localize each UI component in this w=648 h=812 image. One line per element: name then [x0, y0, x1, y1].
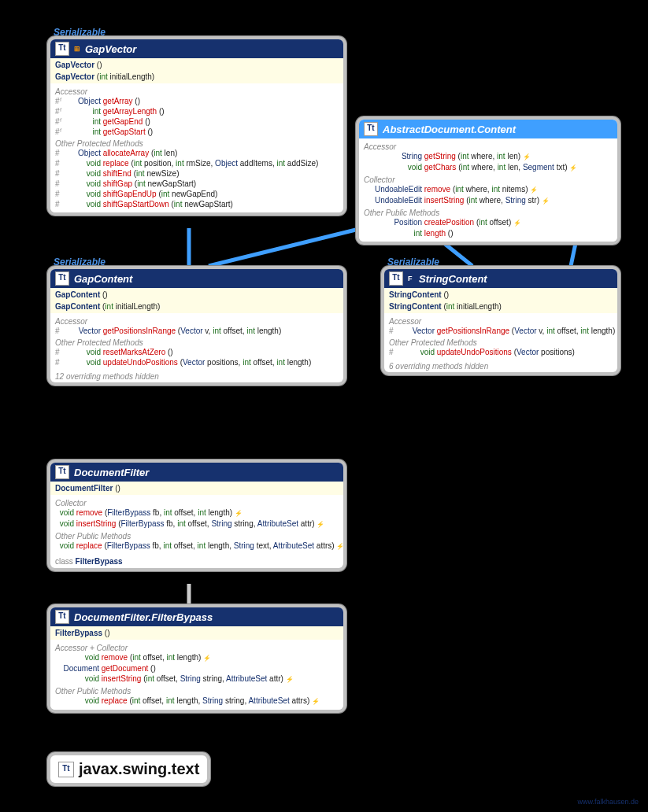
member-row: void remove (FilterBypass fb, int offset…: [55, 507, 339, 519]
section-label: Other Public Methods: [364, 209, 613, 217]
class-body: Accessor#Vector getPositionsInRange (Vec…: [384, 313, 617, 360]
constructor-row: StringContent (): [389, 289, 613, 301]
class-header: TtGapContent: [50, 269, 343, 288]
class-title: DocumentFilter: [74, 467, 149, 478]
tt-icon: Tt: [55, 271, 69, 286]
constructor-row: GapVector (): [55, 59, 339, 71]
member-row: int length (): [364, 228, 613, 238]
class-title: AbstractDocument.Content: [383, 124, 516, 135]
section-label: Collector: [55, 499, 339, 507]
class-title: StringContent: [419, 273, 487, 285]
package-name: javax.swing.text: [79, 760, 199, 778]
member-row: #void resetMarksAtZero (): [55, 347, 339, 357]
class-header: TtFStringContent: [384, 269, 617, 288]
class-documentfilter: TtDocumentFilterDocumentFilter ()Collect…: [50, 463, 343, 568]
member-row: UndoableEdit insertString (int where, St…: [364, 195, 613, 206]
member-row: void insertString (int offset, String st…: [55, 674, 339, 685]
member-row: void replace (FilterBypass fb, int offse…: [55, 541, 339, 552]
member-row: #void shiftGapEndUp (int newGapEnd): [55, 189, 339, 199]
constructor-row: GapContent (int initialLength): [55, 301, 339, 312]
class-header: TtDocumentFilter: [50, 463, 343, 482]
member-row: #Object allocateArray (int len): [55, 148, 339, 158]
class-header: Tt⊞GapVector: [50, 39, 343, 58]
class-body: Accessor#ᶠObject getArray ()#ᶠint getArr…: [50, 83, 343, 212]
class-header: TtDocumentFilter.FilterBypass: [50, 607, 343, 626]
tt-icon: Tt: [55, 465, 69, 479]
class-body: AccessorString getString (int where, int…: [359, 138, 617, 242]
inner-class: class FilterBypass: [50, 555, 343, 568]
tt-icon: Tt: [58, 762, 74, 777]
member-row: void getChars (int where, int len, Segme…: [364, 162, 613, 173]
class-gapcontent: TtGapContentGapContent ()GapContent (int…: [50, 269, 343, 382]
class-title: GapVector: [85, 43, 136, 55]
member-row: UndoableEdit remove (int where, int nite…: [364, 184, 613, 195]
constructors: StringContent ()StringContent (int initi…: [384, 288, 617, 313]
class-abstractdocument-content: TtAbstractDocument.ContentAccessorString…: [359, 120, 617, 242]
class-title: DocumentFilter.FilterBypass: [74, 611, 213, 623]
class-body: Accessor#Vector getPositionsInRange (Vec…: [50, 313, 343, 371]
class-header: TtAbstractDocument.Content: [359, 120, 617, 138]
member-row: String getString (int where, int len) ⚡: [364, 151, 613, 162]
constructor-row: StringContent (int initialLength): [389, 301, 613, 312]
section-label: Accessor: [55, 317, 339, 326]
constructor-row: FilterBypass (): [55, 627, 339, 639]
section-label: Accessor: [55, 87, 339, 96]
member-row: #ᶠint getGapStart (): [55, 127, 339, 137]
class-stringcontent: TtFStringContentStringContent ()StringCo…: [384, 269, 617, 372]
hidden-note: 12 overriding methods hidden: [50, 371, 343, 382]
constructors: DocumentFilter (): [50, 482, 343, 495]
member-row: #void replace (int position, int rmSize,…: [55, 158, 339, 168]
section-label: Other Public Methods: [55, 532, 339, 541]
serializable-label-gapvector: Serializable: [54, 27, 106, 38]
member-row: #ᶠint getGapEnd (): [55, 116, 339, 127]
section-label: Other Protected Methods: [55, 338, 339, 347]
constructors: GapContent ()GapContent (int initialLeng…: [50, 288, 343, 313]
member-row: #void updateUndoPositions (Vector positi…: [389, 347, 613, 357]
member-row: #Vector getPositionsInRange (Vector v, i…: [389, 326, 613, 336]
section-label: Collector: [364, 175, 613, 184]
member-row: Document getDocument (): [55, 663, 339, 674]
constructors: FilterBypass (): [50, 626, 343, 640]
section-label: Other Protected Methods: [55, 139, 339, 148]
package-label: Tt javax.swing.text: [50, 755, 207, 783]
member-row: #Vector getPositionsInRange (Vector v, i…: [55, 326, 339, 336]
serializable-label-gapcontent: Serializable: [54, 257, 106, 268]
class-body: Accessor + Collectorvoid remove (int off…: [50, 640, 343, 710]
class-body: Collectorvoid remove (FilterBypass fb, i…: [50, 495, 343, 555]
member-row: void insertString (FilterBypass fb, int …: [55, 519, 339, 530]
tt-icon: Tt: [364, 122, 378, 136]
section-label: Accessor: [389, 317, 613, 326]
class-title: GapContent: [74, 273, 132, 285]
member-row: Position createPosition (int offset) ⚡: [364, 217, 613, 228]
member-row: #void shiftGapStartDown (int newGapStart…: [55, 199, 339, 209]
constructor-row: GapContent (): [55, 289, 339, 301]
member-row: #void updateUndoPositions (Vector positi…: [55, 357, 339, 367]
hidden-note: 6 overriding methods hidden: [384, 360, 617, 372]
section-label: Other Public Methods: [55, 687, 339, 696]
member-row: #ᶠObject getArray (): [55, 96, 339, 106]
tt-icon: Tt: [55, 610, 69, 624]
member-row: #ᶠint getArrayLength (): [55, 106, 339, 116]
modifier-icon: ⊞: [74, 45, 82, 53]
serializable-label-stringcontent: Serializable: [387, 257, 439, 268]
section-label: Accessor: [364, 142, 613, 151]
footer-link[interactable]: www.falkhausen.de: [577, 798, 639, 806]
tt-icon: Tt: [55, 42, 69, 56]
section-label: Accessor + Collector: [55, 644, 339, 652]
member-row: void replace (int offset, int length, St…: [55, 696, 339, 707]
constructor-row: DocumentFilter (): [55, 482, 339, 494]
member-row: #void shiftEnd (int newSize): [55, 168, 339, 179]
constructors: GapVector ()GapVector (int initialLength…: [50, 58, 343, 83]
member-row: #void shiftGap (int newGapStart): [55, 179, 339, 189]
final-icon: F: [408, 275, 416, 282]
tt-icon: Tt: [389, 271, 403, 286]
member-row: void remove (int offset, int length) ⚡: [55, 652, 339, 663]
constructor-row: GapVector (int initialLength): [55, 71, 339, 83]
class-gapvector: Tt⊞GapVectorGapVector ()GapVector (int i…: [50, 39, 343, 212]
class-documentfilter-filterbypass: TtDocumentFilter.FilterBypassFilterBypas…: [50, 607, 343, 710]
section-label: Other Protected Methods: [389, 338, 613, 347]
